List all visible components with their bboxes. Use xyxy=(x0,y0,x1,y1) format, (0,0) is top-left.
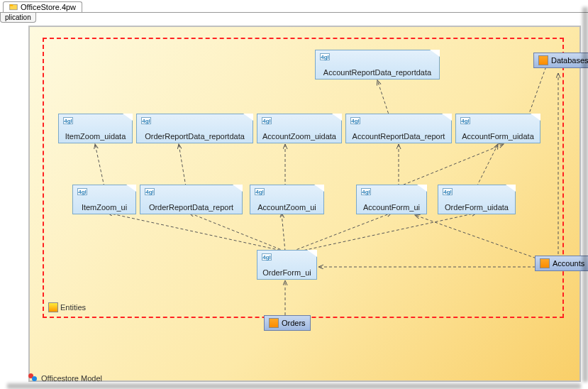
fourgl-icon: 4gl xyxy=(443,188,453,195)
entities-label: Entities xyxy=(48,302,86,312)
project-icon xyxy=(9,3,18,11)
svg-rect-1 xyxy=(10,4,13,6)
node-accountform-ui[interactable]: 4glAccountForm_ui xyxy=(356,185,427,214)
tab-bar: OfficeStore.4pw xyxy=(0,0,588,13)
fourgl-icon: 4gl xyxy=(460,117,470,124)
fourgl-icon: 4gl xyxy=(77,188,87,195)
diagram-canvas[interactable]: Entities 4gl AccountReportData_reportdat… xyxy=(28,26,581,382)
model-label: Officestore Model xyxy=(28,373,102,383)
file-tab[interactable]: OfficeStore.4pw xyxy=(3,1,82,12)
node-accountzoom-uidata[interactable]: 4glAccountZoom_uidata xyxy=(257,114,342,143)
node-orderreportdata-reportdata[interactable]: 4glOrderReportData_reportdata xyxy=(136,114,253,143)
database-icon xyxy=(538,55,548,65)
node-itemzoom-ui[interactable]: 4glItemZoom_ui xyxy=(72,185,136,214)
node-databases[interactable]: Databases xyxy=(533,53,588,68)
entities-icon xyxy=(48,302,58,312)
fourgl-icon: 4gl xyxy=(145,188,155,195)
fourgl-icon: 4gl xyxy=(320,53,330,60)
node-accountzoom-ui[interactable]: 4glAccountZoom_ui xyxy=(250,185,324,214)
node-orderform-uidata[interactable]: 4glOrderForm_uidata xyxy=(438,185,516,214)
fourgl-icon: 4gl xyxy=(350,117,360,124)
node-accountreportdata-report[interactable]: 4glAccountReportData_report xyxy=(345,114,452,143)
node-accountform-uidata[interactable]: 4glAccountForm_uidata xyxy=(455,114,540,143)
node-itemzoom-uidata[interactable]: 4glItemZoom_uidata xyxy=(58,114,133,143)
ragged-edge-right xyxy=(582,7,588,382)
fourgl-icon: 4gl xyxy=(141,117,151,124)
fourgl-icon: 4gl xyxy=(63,117,73,124)
fourgl-icon: 4gl xyxy=(255,188,265,195)
node-orderform-ui[interactable]: 4glOrderForm_ui xyxy=(257,250,317,280)
node-accountreportdata-reportdata[interactable]: 4gl AccountReportData_reportdata xyxy=(315,50,440,80)
database-icon xyxy=(269,318,279,328)
fourgl-icon: 4gl xyxy=(262,253,272,261)
database-icon xyxy=(540,258,550,268)
model-icon xyxy=(28,373,38,383)
node-orders[interactable]: Orders xyxy=(264,315,311,331)
fourgl-icon: 4gl xyxy=(262,117,272,124)
ragged-edge-bottom xyxy=(7,383,581,389)
fourgl-icon: 4gl xyxy=(361,188,371,195)
node-accounts[interactable]: Accounts xyxy=(535,256,588,271)
node-orderreportdata-report[interactable]: 4glOrderReportData_report xyxy=(140,185,243,214)
sub-tab[interactable]: plication xyxy=(0,13,36,23)
tab-title: OfficeStore.4pw xyxy=(21,3,76,11)
